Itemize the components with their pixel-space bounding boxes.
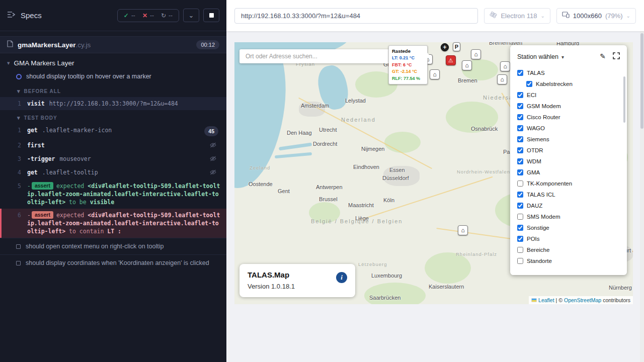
viewport-select[interactable]: 1000x660 (79%) ⌄ bbox=[556, 8, 636, 24]
viewport-icon bbox=[562, 12, 570, 20]
station-marker[interactable]: ⌂ bbox=[458, 225, 468, 235]
river-water bbox=[275, 152, 312, 158]
station-marker[interactable]: ⌂ bbox=[430, 69, 440, 79]
station-marker[interactable]: ⌂ bbox=[500, 61, 510, 71]
url-bar[interactable]: http://192.168.10.33:3000/?m=12&u=484 bbox=[234, 8, 478, 24]
viewport-size: 1000x660 bbox=[573, 12, 602, 20]
layer-checkbox-sonstige[interactable] bbox=[517, 225, 523, 231]
spec-header[interactable]: gmaMarkersLayer .cy.js 00:12 bbox=[0, 36, 226, 53]
layer-checkbox-gsm-modem[interactable] bbox=[517, 103, 523, 109]
map-label: Bremen bbox=[458, 77, 477, 83]
station-marker[interactable]: ⌂ bbox=[471, 49, 481, 59]
parking-icon: P bbox=[455, 44, 458, 50]
leaflet-map[interactable]: Fryslân Groningen Amsterdam Lelystad Ned… bbox=[234, 42, 633, 304]
section-test-body[interactable]: ▾ TEST BODY bbox=[0, 110, 226, 124]
scrollbar-thumb[interactable] bbox=[640, 33, 643, 129]
specs-menu-icon[interactable] bbox=[7, 11, 16, 20]
stop-button[interactable] bbox=[203, 9, 219, 22]
command-trigger-mouseover[interactable]: 3 -triggermouseover bbox=[0, 152, 226, 166]
attribution-separator: | © bbox=[556, 297, 562, 303]
command-number: 3 bbox=[0, 155, 27, 163]
map-label: Dordrecht bbox=[313, 141, 337, 147]
layer-checkbox-talas-icl[interactable] bbox=[517, 192, 523, 198]
leaflet-link[interactable]: Leaflet bbox=[538, 297, 554, 303]
electron-icon bbox=[490, 11, 497, 20]
station-select[interactable]: Station wählen ▾ bbox=[517, 53, 564, 60]
assert-tail: visible bbox=[90, 199, 114, 206]
section-label: BEFORE ALL bbox=[24, 88, 61, 94]
browser-select[interactable]: Electron 118 ⌄ bbox=[484, 8, 550, 24]
layer-item-gma: GMA bbox=[510, 167, 627, 178]
fullscreen-icon[interactable] bbox=[613, 52, 620, 61]
running-spinner-icon bbox=[16, 74, 22, 79]
station-icon: ⌂ bbox=[465, 62, 468, 69]
command-first[interactable]: 2 first bbox=[0, 139, 226, 152]
layer-checkbox-tk-komponenten[interactable] bbox=[517, 180, 523, 187]
alarm-marker-hovered[interactable]: ⚠ bbox=[446, 55, 456, 65]
page-scrollbar[interactable] bbox=[640, 31, 644, 362]
station-icon: ⌂ bbox=[433, 71, 436, 78]
suite-gma-markers-layer[interactable]: ▾ GMA Markers Layer bbox=[0, 53, 226, 70]
command-number: 1 bbox=[0, 100, 27, 108]
map-label: Eindhoven bbox=[353, 164, 379, 170]
station-icon: ⌂ bbox=[461, 227, 464, 234]
collapse-button[interactable]: ⌄ bbox=[183, 9, 199, 22]
panel-scrollbar[interactable] bbox=[623, 76, 625, 123]
test-pending-coordinates[interactable]: should display coordinates when 'Koordin… bbox=[0, 254, 226, 271]
layer-checkbox-pois[interactable] bbox=[517, 236, 523, 242]
cluster-plus-marker[interactable]: + bbox=[441, 43, 449, 51]
parking-marker[interactable]: P bbox=[453, 42, 460, 51]
search-input[interactable] bbox=[245, 52, 385, 60]
hidden-element-icon bbox=[210, 142, 216, 150]
tooltip-line-gt: GT: -2.14 °C bbox=[392, 68, 424, 75]
station-marker[interactable]: ⌂ bbox=[497, 74, 507, 84]
forest-patch bbox=[384, 132, 421, 153]
layer-checkbox-standorte[interactable] bbox=[517, 258, 523, 264]
osm-link[interactable]: OpenStreetMap bbox=[564, 297, 601, 303]
command-get-tooltip[interactable]: 4 get.leaflet-tooltip bbox=[0, 166, 226, 179]
command-get-marker-icon[interactable]: 1 get.leaflet-marker-icon 45 bbox=[0, 124, 226, 139]
assert-dash: - bbox=[27, 183, 31, 190]
assert-failed[interactable]: 6 -assertexpected <div#leaflet-tooltip-5… bbox=[0, 209, 226, 238]
layer-checkbox-gma[interactable] bbox=[517, 169, 523, 175]
layer-checkbox-sms-modem[interactable] bbox=[517, 214, 523, 220]
station-marker[interactable]: ⌂ bbox=[462, 60, 472, 70]
layer-checkbox-siemens[interactable] bbox=[517, 136, 523, 142]
test-pending-context-menu[interactable]: should open context menu on right-click … bbox=[0, 238, 226, 254]
layer-checkbox-bereiche[interactable] bbox=[517, 247, 523, 253]
layer-item-talas-icl: TALAS ICL bbox=[510, 189, 627, 200]
layer-checkbox-wago[interactable] bbox=[517, 125, 523, 131]
spec-duration: 00:12 bbox=[196, 40, 219, 49]
test-active[interactable]: should display tooltip on hover over a m… bbox=[0, 70, 226, 83]
layer-checkbox-kabelstrecken[interactable] bbox=[526, 81, 532, 87]
layer-checkbox-cisco-router[interactable] bbox=[517, 114, 523, 120]
layer-checkbox-dauz[interactable] bbox=[517, 203, 523, 209]
edit-icon[interactable]: ✎ bbox=[600, 52, 606, 61]
layer-item-standorte: Standorte bbox=[510, 255, 627, 266]
layer-item-siemens: Siemens bbox=[510, 134, 627, 145]
command-body: -triggermouseover bbox=[27, 155, 206, 163]
specs-label[interactable]: Specs bbox=[21, 11, 42, 20]
layer-checkbox-eci[interactable] bbox=[517, 92, 523, 98]
motorway-line bbox=[359, 176, 493, 221]
assert-passed[interactable]: 5 -assertexpected <div#leaflet-tooltip-5… bbox=[0, 179, 226, 209]
command-name: -trigger bbox=[27, 155, 55, 162]
restart-icon: ↻ bbox=[161, 12, 166, 19]
layer-item-tk-komponenten: TK-Komponenten bbox=[510, 178, 627, 189]
map-label: Saarbrücken bbox=[369, 295, 400, 301]
spec-name: gmaMarkersLayer bbox=[18, 41, 76, 49]
map-label: Nijmegen bbox=[361, 146, 384, 152]
map-label: Liège bbox=[355, 215, 369, 221]
command-visit[interactable]: 1 visithttp://192.168.10.33:3000/?m=12&u… bbox=[0, 97, 226, 110]
command-body: visithttp://192.168.10.33:3000/?m=12&u=4… bbox=[27, 100, 221, 108]
layer-checkbox-wdm[interactable] bbox=[517, 158, 523, 164]
map-label: Maastricht bbox=[348, 202, 374, 208]
info-button[interactable]: i bbox=[336, 272, 347, 283]
section-before-all[interactable]: ▾ BEFORE ALL bbox=[0, 83, 226, 97]
layer-checkbox-otdr[interactable] bbox=[517, 147, 523, 153]
layer-checkbox-talas[interactable] bbox=[517, 70, 523, 76]
layer-label: WAGO bbox=[527, 125, 545, 131]
chevron-down-icon: ▾ bbox=[17, 115, 21, 121]
assert-tail: LT : bbox=[107, 228, 121, 235]
viewport-zoom: (79%) bbox=[605, 12, 623, 20]
